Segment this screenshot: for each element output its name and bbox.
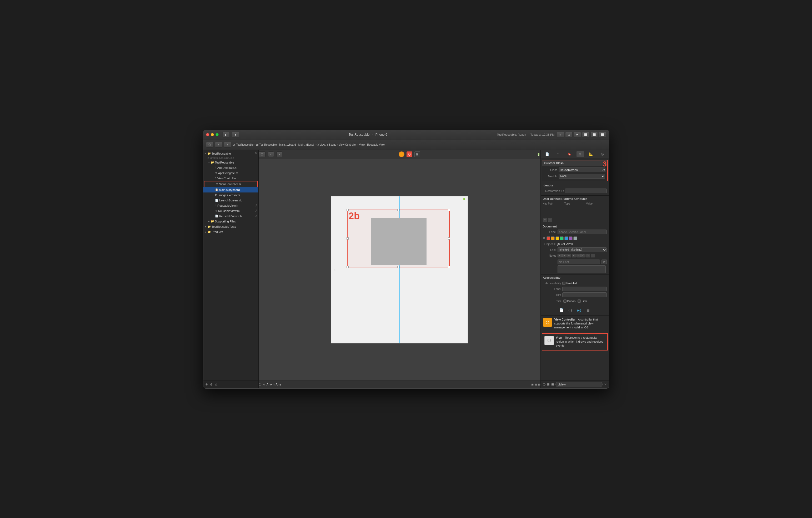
inspector-tab-help[interactable]: ? bbox=[554, 151, 562, 157]
sidebar-item-reusableview-h[interactable]: h ReusableView.h A bbox=[203, 203, 258, 208]
inspector-icon-code[interactable]: { } bbox=[567, 307, 574, 314]
filter-button[interactable]: ⊙ bbox=[210, 383, 212, 386]
inspector-tab-size[interactable]: 📐 bbox=[587, 151, 595, 157]
sidebar-item-tests[interactable]: 📁 TestReusableTests bbox=[203, 224, 258, 229]
forward-button[interactable]: › bbox=[224, 142, 231, 148]
sidebar-item-main-storyboard[interactable]: 📋 Main.storyboard bbox=[203, 187, 258, 192]
canvas-bottom-toggle[interactable]: ⬡ bbox=[259, 383, 261, 386]
attributes-table-empty bbox=[543, 206, 607, 217]
font-input[interactable] bbox=[557, 260, 600, 264]
canvas-content[interactable]: → 🔋 2b bbox=[259, 159, 541, 380]
color-swatch-yellow[interactable] bbox=[555, 236, 559, 240]
module-select[interactable]: None bbox=[559, 174, 605, 179]
inspector-icon-circle[interactable]: ◎ bbox=[576, 307, 583, 314]
clear-search-button[interactable]: ✕ bbox=[604, 383, 607, 386]
sidebar-item-root[interactable]: 📁 TestReuseable M bbox=[203, 151, 258, 156]
sidebar-item-appdelegate-m[interactable]: m AppDelegate.m bbox=[203, 171, 258, 176]
handle-mid-right[interactable] bbox=[448, 238, 450, 240]
notes-btn-1[interactable]: ≡ bbox=[557, 254, 562, 257]
zoom-in-button[interactable]: ⊞ bbox=[535, 383, 537, 386]
accessibility-checkbox[interactable] bbox=[562, 282, 566, 285]
height-class: h bbox=[273, 383, 274, 386]
access-label-input[interactable] bbox=[562, 286, 607, 291]
selected-view-box[interactable]: 2b bbox=[347, 210, 450, 267]
add-attribute-button[interactable]: + bbox=[543, 218, 547, 222]
sidebar-item-reusableview-xib[interactable]: 📄 ReusableView.xib A bbox=[203, 214, 258, 219]
inspector-layout-button[interactable]: ⬡ bbox=[543, 383, 546, 386]
notes-btn-2[interactable]: ≡ bbox=[562, 254, 567, 257]
sidebar-item-reusableview-m[interactable]: m ReusableView.m A bbox=[203, 208, 258, 214]
notes-btn-7[interactable]: ... bbox=[591, 254, 595, 257]
canvas-nav-forward[interactable]: › bbox=[277, 151, 282, 157]
color-swatch-green[interactable] bbox=[560, 236, 563, 240]
lock-select[interactable]: Inherited - (Nothing) bbox=[557, 247, 607, 252]
editor-assistant-button[interactable]: ⊞ bbox=[565, 132, 573, 138]
sidebar-item-viewcontroller-m[interactable]: m ViewController.m bbox=[204, 181, 257, 187]
notes-btn-5[interactable]: ⬡ bbox=[581, 254, 585, 257]
handle-bottom-left[interactable] bbox=[347, 266, 349, 268]
handle-top-left[interactable] bbox=[347, 209, 349, 211]
back-button[interactable]: ‹ bbox=[215, 142, 222, 148]
inspector-icon-doc[interactable]: 📄 bbox=[558, 307, 565, 314]
document-section: Document Label ✕ Object ID bbox=[541, 223, 609, 275]
minimize-button[interactable] bbox=[211, 133, 214, 136]
link-checkbox[interactable] bbox=[578, 300, 581, 303]
editor-standard-button[interactable]: ≡ bbox=[557, 132, 564, 138]
color-swatch-gray[interactable] bbox=[573, 236, 577, 240]
inspector-tab-identity[interactable]: 🔖 bbox=[566, 151, 573, 157]
inspector-aspect-button[interactable]: ⊞ bbox=[547, 383, 550, 386]
color-swatch-orange[interactable] bbox=[551, 236, 555, 240]
handle-bottom-center[interactable] bbox=[397, 266, 399, 268]
sidebar-item-testreuseable-group[interactable]: 📁 TestReuseable bbox=[203, 160, 258, 165]
sidebar-item-launchscreen[interactable]: 📄 LaunchScreen.xib bbox=[203, 198, 258, 203]
gray-inner-view[interactable] bbox=[371, 218, 427, 265]
class-input[interactable] bbox=[559, 167, 605, 172]
handle-bottom-right[interactable] bbox=[448, 266, 450, 268]
navigator-toggle[interactable]: ⬡ bbox=[206, 142, 213, 148]
font-type-button[interactable]: T▾ bbox=[602, 260, 607, 264]
handle-top-center[interactable] bbox=[397, 209, 399, 211]
stop-button[interactable]: ■ bbox=[232, 132, 239, 138]
inspector-tab-file[interactable]: 📄 bbox=[543, 151, 551, 157]
doc-label-input[interactable] bbox=[557, 230, 607, 234]
fit-button[interactable]: ⊞ bbox=[531, 383, 533, 386]
notes-text-area[interactable] bbox=[557, 265, 606, 273]
bottom-panel-toggle[interactable]: ⬜ bbox=[590, 132, 598, 138]
close-button[interactable] bbox=[206, 133, 209, 136]
zoom-out-button[interactable]: ⊠ bbox=[538, 383, 541, 386]
maximize-button[interactable] bbox=[215, 133, 219, 136]
color-swatch-purple[interactable] bbox=[569, 236, 573, 240]
color-swatch-red[interactable] bbox=[547, 236, 550, 240]
access-hint-input[interactable] bbox=[562, 293, 607, 297]
notes-btn-dash[interactable]: --- bbox=[577, 254, 581, 257]
restoration-id-input[interactable] bbox=[565, 188, 607, 193]
uiview-search-input[interactable] bbox=[555, 382, 603, 387]
font-row: T▾ bbox=[543, 259, 607, 265]
color-swatch-blue[interactable] bbox=[564, 236, 568, 240]
editor-version-button[interactable]: ⇌ bbox=[574, 132, 581, 138]
run-button[interactable]: ▶ bbox=[222, 132, 230, 138]
inspector-size-button[interactable]: ⊠ bbox=[551, 383, 554, 386]
remove-attribute-button[interactable]: − bbox=[548, 218, 552, 222]
right-panel-toggle[interactable]: ⬜ bbox=[599, 132, 606, 138]
inspector-icon-grid[interactable]: ⊞ bbox=[585, 307, 591, 314]
warnings-button[interactable]: ⚠ bbox=[215, 383, 218, 386]
inspector-tab-connections[interactable]: ◎ bbox=[599, 151, 606, 157]
left-panel-toggle[interactable]: ⬜ bbox=[582, 132, 589, 138]
canvas-nav-back[interactable]: ‹ bbox=[268, 151, 274, 157]
sidebar-item-appdelegate-h[interactable]: h AppDelegate.h bbox=[203, 165, 258, 171]
add-file-button[interactable]: + bbox=[205, 382, 208, 387]
handle-mid-left[interactable] bbox=[347, 238, 349, 240]
sidebar-item-supporting-files[interactable]: 📁 Supporting Files bbox=[203, 219, 258, 224]
notes-btn-4[interactable]: ≡ bbox=[572, 254, 576, 257]
sidebar-item-viewcontroller-h[interactable]: h ViewController.h bbox=[203, 176, 258, 181]
handle-top-right[interactable] bbox=[448, 209, 450, 211]
notes-btn-3[interactable]: ≡ bbox=[567, 254, 571, 257]
sidebar-item-products[interactable]: 📁 Products bbox=[203, 229, 258, 235]
inspector-tab-attributes[interactable]: ⊞ bbox=[577, 151, 584, 157]
button-checkbox[interactable] bbox=[563, 300, 567, 303]
canvas-zoom-out[interactable]: ⬡ bbox=[259, 151, 265, 157]
notes-btn-6[interactable]: ⬡ bbox=[586, 254, 590, 257]
sidebar-item-images[interactable]: 🖼 Images.xcassets bbox=[203, 192, 258, 198]
iphone-frame[interactable]: → 🔋 2b bbox=[331, 196, 468, 343]
